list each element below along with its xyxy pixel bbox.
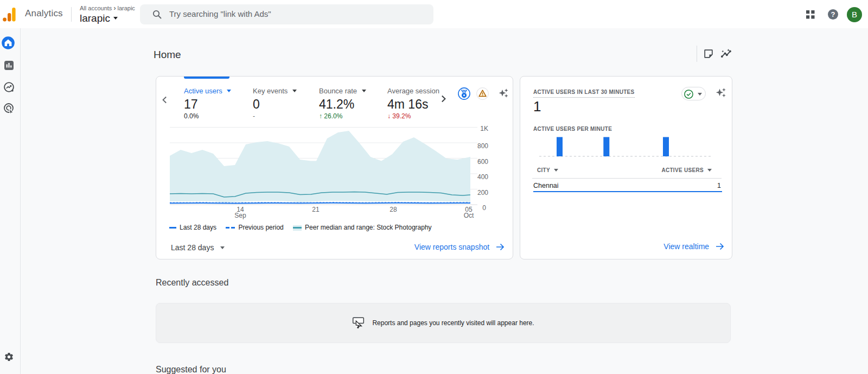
svg-text:1K: 1K bbox=[480, 125, 488, 132]
svg-text:400: 400 bbox=[477, 173, 488, 181]
svg-text:600: 600 bbox=[477, 158, 488, 166]
svg-text:200: 200 bbox=[477, 189, 488, 196]
svg-text:0: 0 bbox=[482, 204, 486, 212]
svg-text:28: 28 bbox=[390, 206, 397, 213]
svg-text:800: 800 bbox=[477, 142, 488, 150]
svg-text:Oct: Oct bbox=[464, 212, 474, 219]
svg-text:21: 21 bbox=[312, 206, 320, 213]
svg-text:Sep: Sep bbox=[234, 212, 246, 219]
